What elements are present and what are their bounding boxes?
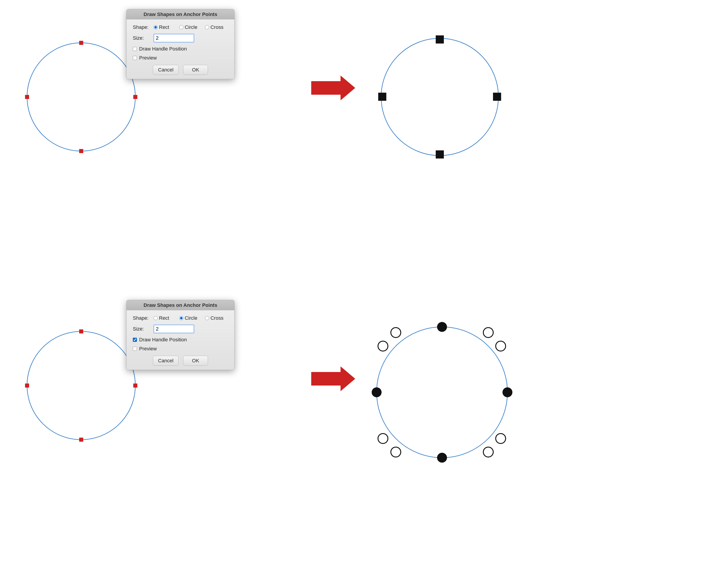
svg-point-11 xyxy=(27,331,135,440)
dialog2-rect-option[interactable]: Rect xyxy=(153,315,172,321)
svg-rect-15 xyxy=(25,383,29,387)
dialog1-shape-label: Shape: xyxy=(133,24,151,30)
dialog1-ok-button[interactable]: OK xyxy=(183,65,208,75)
svg-point-27 xyxy=(483,447,493,457)
dialog2-size-input[interactable]: 2 xyxy=(153,325,194,333)
dialog2-radio-group: Rect Circle Cross xyxy=(153,315,226,321)
top-left-circle xyxy=(18,34,144,160)
dialog2: Draw Shapes on Anchor Points Shape: Rect… xyxy=(126,300,234,370)
dialog1-rect-radio[interactable] xyxy=(153,25,158,29)
dialog2-ok-button[interactable]: OK xyxy=(183,356,208,366)
dialog2-preview-row: Preview xyxy=(133,346,228,352)
dialog1-cross-option[interactable]: Cross xyxy=(205,24,223,30)
dialog2-circle-radio[interactable] xyxy=(179,316,183,320)
svg-point-23 xyxy=(483,328,493,337)
dialog2-shape-row: Shape: Rect Circle Cross xyxy=(133,315,228,321)
dialog2-buttons: Cancel OK xyxy=(133,356,228,366)
dialog2-shape-label: Shape: xyxy=(133,315,151,321)
dialog2-cross-radio[interactable] xyxy=(205,316,209,320)
dialog1-size-input[interactable]: 2 xyxy=(153,34,194,42)
dialog2-preview-label: Preview xyxy=(139,346,157,352)
dialog1-radio-group: Rect Circle Cross xyxy=(153,24,226,30)
dialog1-title: Draw Shapes on Anchor Points xyxy=(126,9,234,19)
dialog1-handle-checkbox[interactable] xyxy=(133,47,137,51)
dialog1-circle-option[interactable]: Circle xyxy=(179,24,197,30)
top-arrow xyxy=(311,75,356,102)
bottom-arrow xyxy=(311,365,356,392)
dialog1-cancel-button[interactable]: Cancel xyxy=(153,65,179,75)
svg-point-17 xyxy=(377,327,507,458)
dialog1-cross-radio[interactable] xyxy=(205,25,209,29)
svg-point-0 xyxy=(27,43,135,151)
dialog1-preview-label: Preview xyxy=(139,55,157,61)
dialog2-preview-checkbox[interactable] xyxy=(133,347,137,351)
svg-point-28 xyxy=(378,341,388,351)
bottom-left-circle xyxy=(18,322,144,449)
dialog1: Draw Shapes on Anchor Points Shape: Rect… xyxy=(126,9,234,79)
svg-point-18 xyxy=(437,322,447,332)
svg-rect-10 xyxy=(378,93,386,101)
dialog2-handle-label: Draw Handle Position xyxy=(139,337,187,343)
dialog2-circle-option[interactable]: Circle xyxy=(179,315,197,321)
dialog1-shape-row: Shape: Rect Circle Cross xyxy=(133,24,228,30)
svg-marker-16 xyxy=(311,366,355,391)
dialog1-size-label: Size: xyxy=(133,35,151,41)
svg-point-25 xyxy=(496,434,506,443)
svg-rect-2 xyxy=(133,95,137,99)
svg-marker-5 xyxy=(311,76,355,100)
svg-rect-4 xyxy=(25,95,29,99)
svg-rect-14 xyxy=(79,438,83,442)
svg-point-22 xyxy=(391,328,401,337)
svg-point-19 xyxy=(502,387,513,397)
dialog2-cross-option[interactable]: Cross xyxy=(205,315,223,321)
svg-rect-12 xyxy=(79,330,83,333)
svg-point-29 xyxy=(378,434,388,443)
dialog2-size-label: Size: xyxy=(133,326,151,332)
dialog1-preview-checkbox[interactable] xyxy=(133,56,137,60)
dialog2-handle-checkbox[interactable] xyxy=(133,338,137,342)
dialog2-cancel-button[interactable]: Cancel xyxy=(153,356,179,366)
dialog2-handle-row: Draw Handle Position xyxy=(133,337,228,343)
svg-rect-1 xyxy=(79,41,83,45)
svg-rect-3 xyxy=(79,149,83,153)
dialog1-buttons: Cancel OK xyxy=(133,65,228,75)
dialog1-handle-row: Draw Handle Position xyxy=(133,46,228,52)
svg-rect-7 xyxy=(436,36,444,43)
dialog2-size-row: Size: 2 xyxy=(133,325,228,333)
top-right-circle xyxy=(372,27,507,168)
bottom-right-circle xyxy=(356,307,528,479)
dialog1-size-row: Size: 2 xyxy=(133,34,228,42)
dialog1-handle-label: Draw Handle Position xyxy=(139,46,187,52)
svg-point-24 xyxy=(496,341,506,351)
dialog2-title: Draw Shapes on Anchor Points xyxy=(126,300,234,310)
dialog1-circle-radio[interactable] xyxy=(179,25,183,29)
svg-point-6 xyxy=(381,38,498,155)
svg-rect-8 xyxy=(493,93,501,101)
svg-point-26 xyxy=(391,447,401,457)
svg-rect-13 xyxy=(133,383,137,387)
dialog1-rect-option[interactable]: Rect xyxy=(153,24,172,30)
svg-rect-9 xyxy=(436,150,444,159)
dialog2-rect-radio[interactable] xyxy=(153,316,158,320)
dialog1-preview-row: Preview xyxy=(133,55,228,61)
svg-point-21 xyxy=(372,387,381,397)
svg-point-20 xyxy=(437,453,447,463)
